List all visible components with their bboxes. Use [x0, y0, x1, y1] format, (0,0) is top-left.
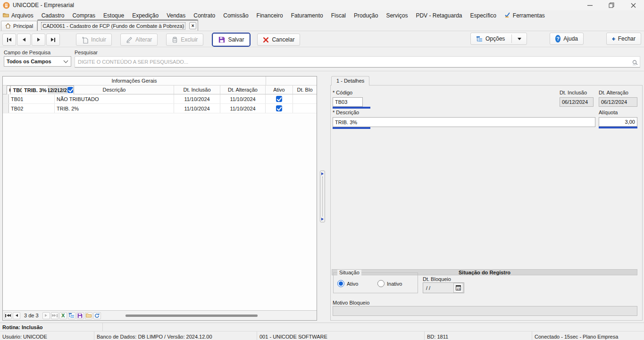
menu-item-estoque[interactable]: Estoque	[103, 12, 124, 19]
menu-item-compras[interactable]: Compras	[72, 12, 95, 19]
menu-item-fiscal[interactable]: Fiscal	[331, 12, 346, 19]
menu-item-expedicao[interactable]: Expedição	[132, 12, 159, 19]
toolbar: Incluir Alterar Excluir Salvar Cancelar	[0, 31, 644, 47]
radio-inativo[interactable]: Inativo	[377, 280, 402, 287]
col-header-dt-inclusao[interactable]: Dt. Inclusão	[174, 85, 220, 94]
previous-record-button[interactable]	[17, 34, 31, 46]
motivo-bloqueio-field[interactable]	[333, 306, 637, 316]
grid-load-layout-button[interactable]	[85, 312, 92, 319]
ativo-checkbox[interactable]	[67, 87, 73, 93]
row-selector[interactable]	[3, 104, 9, 113]
situacao-legend: Situação	[337, 270, 361, 275]
ativo-checkbox[interactable]	[276, 96, 282, 102]
nav-first-button[interactable]	[4, 312, 12, 319]
menu-item-financeiro[interactable]: Financeiro	[257, 12, 283, 19]
opcoes-dropdown-arrow[interactable]	[518, 38, 521, 40]
close-window-button[interactable]	[622, 0, 644, 10]
main-area: Informações Gerais Código Descrição Dt. …	[0, 71, 644, 323]
nav-prev-button[interactable]	[13, 312, 20, 319]
dt-bloqueio-label: Dt. Bloqueio	[423, 276, 451, 282]
descricao-label: * Descrição	[333, 110, 359, 115]
next-record-button[interactable]	[32, 34, 45, 46]
splitter-arrow-icon[interactable]	[321, 218, 324, 221]
salvar-button[interactable]: Salvar	[212, 33, 251, 47]
cancelar-button[interactable]: Cancelar	[257, 34, 300, 46]
first-record-button[interactable]	[2, 34, 16, 46]
codigo-label: * Código	[333, 90, 352, 95]
grid-options-button[interactable]	[68, 312, 75, 319]
refresh-icon	[94, 313, 100, 318]
restore-button[interactable]	[601, 0, 622, 10]
codigo-field[interactable]	[333, 97, 363, 107]
open-folder-icon	[86, 313, 92, 318]
menu-item-vendas[interactable]: Vendas	[167, 12, 185, 19]
application-window: UNICODE - Empresarial Arquivos Cadastro …	[0, 0, 644, 340]
tab-principal[interactable]: Principal	[1, 21, 37, 31]
tools-icon	[504, 12, 510, 19]
grid-refresh-button[interactable]	[93, 312, 101, 319]
excluir-button[interactable]: Excluir	[166, 34, 203, 46]
aliquota-field[interactable]	[599, 117, 637, 127]
col-header-dt-alteracao[interactable]: Dt. Alteração	[220, 85, 266, 94]
menu-item-faturamento[interactable]: Faturamento	[291, 12, 323, 19]
col-header-dt-bloqueio[interactable]: Dt. Blo	[293, 85, 317, 94]
opcoes-button[interactable]: Opções	[470, 33, 527, 45]
grid-save-layout-button[interactable]	[76, 312, 84, 319]
fechar-button[interactable]: Fechar	[606, 33, 641, 45]
tab-detalhes[interactable]: 1 - Detalhes	[331, 76, 369, 85]
menu-item-cadastro[interactable]: Cadastro	[42, 12, 65, 19]
situacao-groupbox: Situação Ativo Inativo	[333, 272, 418, 293]
calendar-button[interactable]: 15	[453, 283, 463, 293]
dt-bloqueio-field[interactable]: / / 15	[423, 282, 464, 293]
table-row[interactable]: TB02 TRIB. 2% 11/10/2024 11/10/2024	[3, 104, 317, 113]
delete-icon	[172, 36, 178, 43]
nav-next-button[interactable]	[42, 312, 50, 319]
radio-ativo[interactable]: Ativo	[337, 280, 358, 287]
splitter-arrow-icon[interactable]	[321, 172, 324, 175]
motivo-bloqueio-label: Motivo Bloqueio	[333, 300, 369, 306]
last-record-button[interactable]	[46, 34, 60, 46]
alterar-button[interactable]: Alterar	[120, 34, 158, 46]
descricao-field[interactable]	[333, 117, 595, 127]
col-header-ativo[interactable]: Ativo	[266, 85, 293, 94]
menu-item-pdv-retaguarda[interactable]: PDV - Retaguarda	[416, 12, 462, 19]
cell-codigo: TB01	[11, 95, 23, 103]
campo-pesquisa-select[interactable]: Todos os Campos	[4, 56, 71, 67]
help-icon: ?	[555, 35, 560, 42]
table-row[interactable]: TB01 NÃO TRIBUTADO 11/10/2024 11/10/2024	[3, 94, 317, 104]
panel-splitter[interactable]	[320, 170, 325, 222]
status-banco: Banco de Dados: DB LIMPO / Versão: 2024.…	[94, 332, 257, 340]
minimize-button[interactable]	[579, 0, 601, 10]
menu-item-contrato[interactable]: Contrato	[193, 12, 215, 19]
nav-last-button[interactable]	[51, 312, 59, 319]
ativo-checkbox[interactable]	[276, 105, 282, 111]
tab-cad0061[interactable]: CAD0061 - Cadastro de FCP (Fundo de Comb…	[37, 19, 198, 31]
ajuda-button[interactable]: ? Ajuda	[550, 33, 584, 45]
dt-alteracao-field	[599, 97, 637, 107]
radio-unselected-icon[interactable]	[377, 280, 385, 287]
row-selector[interactable]	[3, 94, 9, 103]
menu-item-comissao[interactable]: Comissão	[223, 12, 248, 19]
close-tab-button[interactable]: ×	[189, 22, 196, 29]
menu-item-servicos[interactable]: Serviços	[386, 12, 408, 19]
radio-selected-icon[interactable]	[337, 280, 344, 287]
required-underline	[333, 107, 370, 109]
menu-item-especifico[interactable]: Específico	[470, 12, 496, 19]
cell-descricao: TRIB. 2%	[57, 104, 79, 113]
status-conexao: Conectado - 15sec - Plano Empresa	[532, 332, 644, 340]
aliquota-label: Alíquota	[599, 110, 618, 115]
home-icon	[5, 23, 11, 29]
exit-door-icon	[612, 36, 615, 42]
horizontal-scrollbar[interactable]	[125, 314, 258, 317]
cell-dt-alteracao: 11/10/2024	[230, 95, 255, 103]
table-row-selected[interactable]: ✱ TB03 TRIB. 3% 06/12/2024 06/12/2024	[7, 85, 74, 94]
pesquisar-label: Pesquisar	[75, 50, 98, 55]
menu-item-arquivos[interactable]: Arquivos	[3, 12, 33, 19]
title-bar: UNICODE - Empresarial	[0, 0, 644, 10]
menu-item-producao[interactable]: Produção	[354, 12, 378, 19]
menu-item-ferramentas[interactable]: Ferramentas	[504, 12, 545, 19]
incluir-button[interactable]: Incluir	[76, 34, 112, 46]
search-icon[interactable]	[632, 59, 638, 68]
export-excel-button[interactable]: X	[59, 312, 67, 319]
search-input[interactable]	[75, 56, 640, 68]
